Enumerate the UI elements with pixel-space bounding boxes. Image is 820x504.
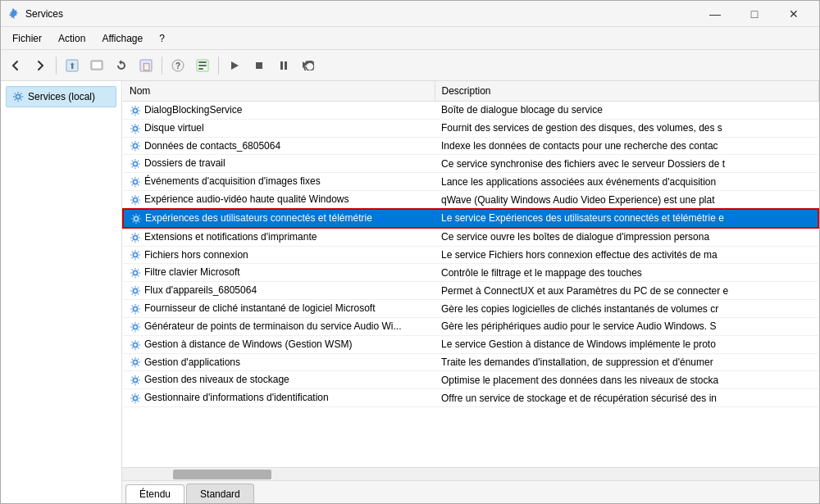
service-name-cell: Filtre clavier Microsoft [123, 264, 435, 282]
app-icon [7, 7, 20, 20]
properties-button[interactable] [191, 55, 214, 76]
horizontal-scrollbar[interactable] [122, 467, 819, 480]
svg-rect-11 [198, 68, 203, 70]
sidebar-item-services-local[interactable]: Services (local) [6, 86, 116, 107]
table-row[interactable]: Gestionnaire d'informations d'identifica… [123, 389, 818, 407]
services-table: Nom Description DialogBlockingServiceBoî… [122, 81, 819, 407]
pause-button[interactable] [272, 55, 295, 76]
svg-rect-9 [198, 61, 207, 63]
table-row[interactable]: Flux d'appareils_6805064Permet à Connect… [123, 282, 818, 300]
service-description-cell: Le service Expériences des utilisateurs … [435, 209, 818, 228]
minimize-button[interactable]: — [696, 1, 734, 27]
service-icon [130, 303, 141, 315]
svg-point-19 [133, 162, 137, 166]
stop-button[interactable] [248, 55, 271, 76]
service-name: Flux d'appareils_6805064 [144, 284, 257, 296]
svg-point-27 [133, 306, 137, 311]
service-name: DialogBlockingService [144, 104, 242, 116]
service-description-cell: Ce service ouvre les boîtes de dialogue … [435, 228, 818, 246]
play-button[interactable] [223, 55, 246, 76]
window-controls: — □ ✕ [696, 1, 813, 27]
menu-affichage[interactable]: Affichage [93, 30, 151, 48]
sidebar: Services (local) [1, 81, 122, 503]
service-name: Événements d'acquisition d'images fixes [144, 175, 321, 187]
toolbar: ⬆ 📋 ? [1, 50, 819, 81]
title-bar: Services — □ ✕ [1, 1, 819, 27]
svg-point-23 [133, 235, 137, 239]
service-description-cell: Boîte de dialogue blocage du service [435, 102, 818, 120]
service-icon [130, 356, 141, 368]
col-header-name[interactable]: Nom [123, 81, 435, 102]
table-row[interactable]: Expériences des utilisateurs connectés e… [123, 209, 818, 228]
service-name: Gestion d'applications [144, 356, 240, 368]
tab-etendu[interactable]: Étendu [125, 484, 184, 503]
service-description-cell: Traite les demandes d'installation, de s… [435, 353, 818, 371]
svg-rect-14 [285, 61, 287, 70]
table-row[interactable]: Disque virtuelFournit des services de ge… [123, 119, 818, 137]
table-row[interactable]: DialogBlockingServiceBoîte de dialogue b… [123, 102, 818, 120]
service-name-cell: Événements d'acquisition d'images fixes [123, 173, 435, 191]
service-icon [130, 375, 141, 386]
service-name-cell: Gestionnaire d'informations d'identifica… [123, 389, 435, 407]
forward-button[interactable] [29, 55, 52, 76]
service-icon [130, 267, 141, 279]
svg-point-29 [133, 343, 137, 347]
help-button[interactable]: ? [166, 55, 189, 76]
service-icon [130, 105, 141, 116]
service-name-cell: Gestion d'applications [123, 353, 435, 371]
service-description-cell: Le service Gestion à distance de Windows… [435, 335, 818, 353]
services-table-container[interactable]: Nom Description DialogBlockingServiceBoî… [122, 81, 819, 467]
table-row[interactable]: Événements d'acquisition d'images fixesL… [123, 173, 818, 191]
table-row[interactable]: Gestion des niveaux de stockageOptimise … [123, 371, 818, 389]
service-name: Fichiers hors connexion [144, 249, 248, 261]
service-description-cell: qWave (Quality Windows Audio Video Exper… [435, 191, 818, 209]
svg-text:📋: 📋 [142, 61, 152, 71]
table-row[interactable]: Fichiers hors connexionLe service Fichie… [123, 246, 818, 264]
service-name-cell: Disque virtuel [123, 119, 435, 137]
service-name: Générateur de points de terminaison du s… [144, 320, 402, 332]
service-name-cell: Flux d'appareils_6805064 [123, 282, 435, 300]
col-header-description[interactable]: Description [435, 81, 818, 102]
service-name: Dossiers de travail [144, 157, 226, 169]
service-name-cell: Dossiers de travail [123, 155, 435, 173]
sep1 [56, 57, 57, 75]
svg-point-16 [133, 108, 137, 112]
service-name-cell: Fournisseur de cliché instantané de logi… [123, 300, 435, 318]
table-row[interactable]: Expérience audio-vidéo haute qualité Win… [123, 191, 818, 209]
close-button[interactable]: ✕ [775, 1, 813, 27]
menu-fichier[interactable]: Fichier [4, 30, 50, 48]
table-row[interactable]: Gestion à distance de Windows (Gestion W… [123, 335, 818, 353]
scroll-thumb[interactable] [173, 470, 271, 479]
service-name: Filtre clavier Microsoft [144, 266, 240, 278]
table-row[interactable]: Filtre clavier MicrosoftContrôle le filt… [123, 264, 818, 282]
table-row[interactable]: Gestion d'applicationsTraite les demande… [123, 353, 818, 371]
services-local-icon [11, 90, 25, 103]
table-row[interactable]: Extensions et notifications d'imprimante… [123, 228, 818, 246]
menu-help[interactable]: ? [151, 30, 173, 48]
table-row[interactable]: Données de contacts_6805064Indexe les do… [123, 137, 818, 155]
service-name: Disque virtuel [144, 122, 204, 134]
up-button[interactable]: ⬆ [61, 55, 84, 76]
service-name: Gestion à distance de Windows (Gestion W… [144, 338, 352, 350]
service-name-cell: Expériences des utilisateurs connectés e… [123, 209, 435, 228]
service-name-cell: Générateur de points de terminaison du s… [123, 317, 435, 335]
svg-point-18 [133, 144, 137, 148]
restart-button[interactable] [297, 55, 320, 76]
tab-standard[interactable]: Standard [186, 484, 254, 503]
back-button[interactable] [4, 55, 27, 76]
menu-action[interactable]: Action [50, 30, 93, 48]
table-row[interactable]: Dossiers de travailCe service synchronis… [123, 155, 818, 173]
table-row[interactable]: Fournisseur de cliché instantané de logi… [123, 300, 818, 318]
service-name-cell: Expérience audio-vidéo haute qualité Win… [123, 191, 435, 209]
svg-point-26 [133, 288, 137, 293]
svg-point-25 [133, 271, 137, 275]
svg-point-15 [16, 94, 20, 98]
svg-point-28 [133, 325, 137, 329]
maximize-button[interactable]: □ [736, 1, 773, 27]
svg-point-30 [133, 361, 137, 365]
export-button[interactable]: 📋 [134, 55, 157, 76]
console-button[interactable] [85, 55, 108, 76]
refresh-button[interactable] [110, 55, 133, 76]
table-row[interactable]: Générateur de points de terminaison du s… [123, 317, 818, 335]
service-description-cell: Gère les copies logicielles de clichés i… [435, 300, 818, 318]
